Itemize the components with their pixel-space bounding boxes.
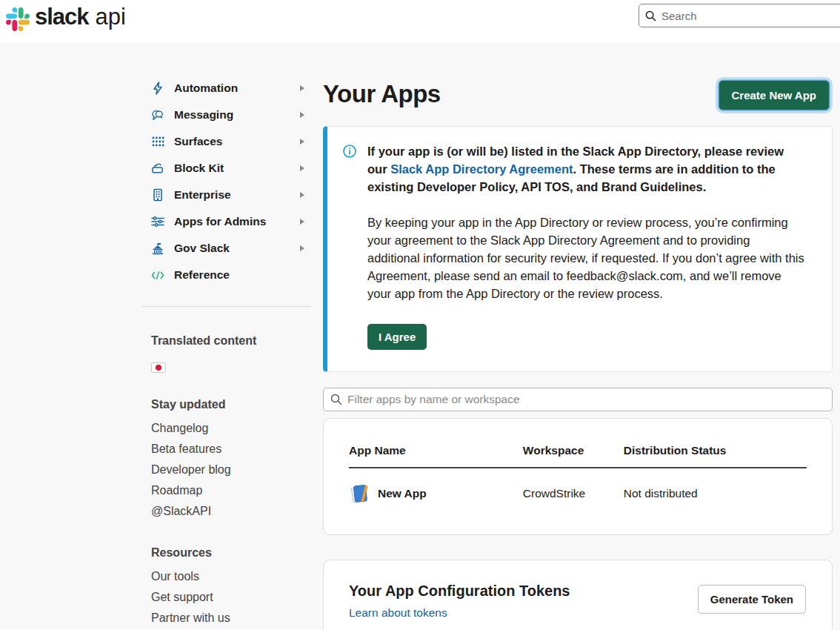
app-name: New App [378, 487, 427, 500]
logo-wordmark: slack [35, 4, 89, 30]
list-item: Partner with us [141, 608, 310, 629]
link-get-support[interactable]: Get support [151, 591, 213, 604]
notice-paragraph-2: By keeping your app in the App Directory… [367, 213, 805, 302]
app-icon [349, 483, 371, 505]
global-search [639, 4, 840, 27]
blocks-icon [151, 162, 164, 175]
config-tokens-card: Your App Configuration Tokens Learn abou… [323, 560, 833, 630]
sidebar-divider [141, 306, 310, 307]
notice-body: If your app is (or will be) listed in th… [367, 142, 805, 350]
sidebar-item-label: Automation [174, 82, 238, 95]
chevron-right-icon [300, 192, 304, 198]
info-icon [343, 145, 356, 350]
chevron-right-icon [300, 165, 304, 171]
sidebar: Automation Messaging Surfaces [141, 42, 310, 629]
grid-dots-icon [151, 135, 164, 148]
table-row[interactable]: New App CrowdStrike Not distributed [349, 468, 807, 505]
list-item: Developer blog [141, 460, 310, 480]
filter-apps-bar [323, 388, 833, 411]
sidebar-item-automation[interactable]: Automation [141, 75, 310, 102]
chevron-right-icon [300, 245, 304, 251]
tokens-title: Your App Configuration Tokens [349, 583, 570, 600]
distribution-status-cell: Not distributed [624, 468, 807, 505]
search-icon [645, 10, 656, 21]
resources-heading: Resources [141, 546, 310, 560]
list-item: Changelog [141, 418, 310, 439]
stay-updated-links: Changelog Beta features Developer blog R… [141, 418, 310, 522]
filter-apps-input[interactable] [347, 393, 825, 406]
chat-bubbles-icon [151, 108, 164, 122]
link-developer-blog[interactable]: Developer blog [151, 463, 231, 477]
sidebar-item-reference[interactable]: Reference [141, 262, 310, 288]
search-icon [330, 394, 342, 405]
list-item: Beta features [141, 439, 310, 460]
link-beta-features[interactable]: Beta features [151, 442, 221, 456]
sidebar-item-surfaces[interactable]: Surfaces [141, 128, 310, 155]
lightning-icon [151, 82, 164, 95]
slack-app-directory-agreement-link[interactable]: Slack App Directory Agreement [390, 162, 573, 176]
chevron-right-icon [300, 112, 304, 118]
sliders-icon [151, 215, 164, 228]
top-header: slackapi [0, 0, 840, 42]
column-header-workspace: Workspace [523, 444, 624, 468]
link-our-tools[interactable]: Our tools [151, 570, 199, 583]
sidebar-item-label: Enterprise [174, 188, 231, 202]
title-row: Your Apps Create New App [323, 79, 833, 110]
main-content: Your Apps Create New App If your app is … [323, 42, 833, 630]
list-item: Roadmap [141, 480, 310, 501]
code-icon [151, 268, 164, 282]
resources-links: Our tools Get support Partner with us [141, 566, 310, 629]
sidebar-item-label: Apps for Admins [174, 215, 266, 228]
chevron-right-icon [300, 219, 304, 225]
list-item: @SlackAPI [141, 501, 310, 522]
tokens-text-block: Your App Configuration Tokens Learn abou… [349, 583, 570, 620]
slack-api-logo[interactable]: slackapi [6, 3, 126, 31]
link-changelog[interactable]: Changelog [151, 422, 208, 435]
slack-logo-icon [6, 7, 30, 31]
sidebar-item-messaging[interactable]: Messaging [141, 102, 310, 128]
chevron-right-icon [300, 139, 304, 145]
translated-content-heading: Translated content [141, 334, 310, 348]
sidebar-item-label: Surfaces [174, 135, 222, 148]
building-icon [151, 188, 164, 202]
link-partner-with-us[interactable]: Partner with us [151, 611, 230, 625]
sidebar-item-label: Messaging [174, 108, 233, 122]
japan-flag-icon[interactable] [151, 362, 166, 373]
link-slackapi[interactable]: @SlackAPI [151, 505, 211, 518]
sidebar-item-gov-slack[interactable]: Gov Slack [141, 235, 310, 262]
japan-flag-dot [156, 365, 161, 371]
sidebar-item-label: Block Kit [174, 162, 224, 175]
workspace-cell: CrowdStrike [523, 468, 624, 505]
apps-table-card: App Name Workspace Distribution Status [323, 418, 833, 535]
stay-updated-heading: Stay updated [141, 398, 310, 411]
sidebar-item-label: Reference [174, 268, 230, 282]
table-header-row: App Name Workspace Distribution Status [349, 444, 807, 468]
logo-suffix: api [96, 4, 126, 30]
apps-table: App Name Workspace Distribution Status [349, 444, 807, 505]
sidebar-item-block-kit[interactable]: Block Kit [141, 155, 310, 182]
chevron-right-icon [300, 85, 304, 91]
column-header-distribution-status: Distribution Status [624, 444, 807, 468]
i-agree-button[interactable]: I Agree [367, 324, 427, 350]
government-building-icon [151, 242, 164, 255]
column-header-app-name: App Name [349, 444, 523, 468]
generate-token-button[interactable]: Generate Token [698, 585, 806, 614]
list-item: Get support [141, 587, 310, 608]
link-roadmap[interactable]: Roadmap [151, 484, 202, 497]
sidebar-item-label: Gov Slack [174, 242, 230, 255]
notice-paragraph-1: If your app is (or will be) listed in th… [367, 142, 805, 196]
app-directory-notice: If your app is (or will be) listed in th… [323, 126, 833, 372]
list-item: Our tools [141, 566, 310, 587]
search-input[interactable] [661, 10, 832, 22]
app-cell[interactable]: New App [349, 483, 523, 505]
sidebar-item-enterprise[interactable]: Enterprise [141, 182, 310, 208]
sidebar-item-apps-for-admins[interactable]: Apps for Admins [141, 208, 310, 235]
page-title: Your Apps [323, 80, 441, 108]
create-new-app-button[interactable]: Create New App [719, 81, 829, 110]
learn-about-tokens-link[interactable]: Learn about tokens [349, 606, 447, 620]
